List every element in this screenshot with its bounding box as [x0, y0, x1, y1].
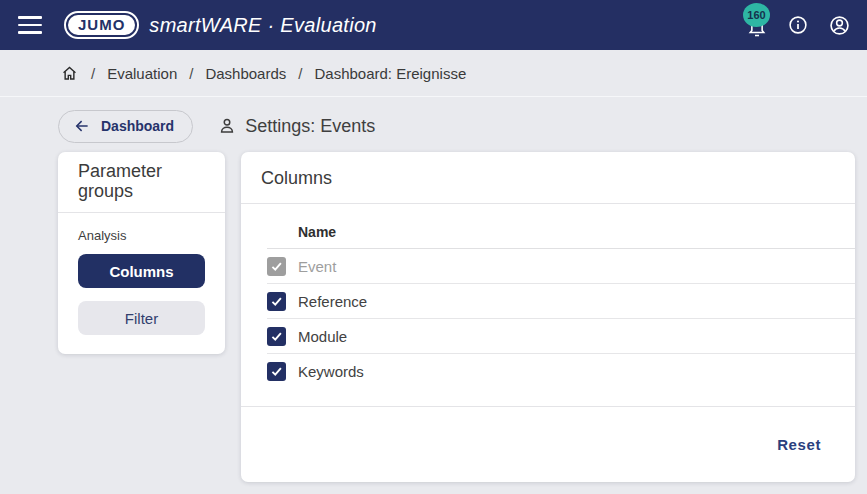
page-title: Settings: Events	[245, 116, 375, 137]
page-toolbar: Dashboard Settings: Events	[58, 109, 855, 143]
columns-panel-title: Columns	[241, 152, 855, 204]
home-icon	[60, 64, 79, 83]
checkbox-module[interactable]	[267, 327, 286, 346]
breadcrumb-item-current: Dashboard: Ereignisse	[314, 65, 466, 82]
notification-badge: 160	[743, 3, 770, 27]
info-button[interactable]	[786, 13, 810, 37]
app-title: smartWARE · Evaluation	[149, 14, 376, 37]
panel-footer: Reset	[241, 406, 855, 482]
sidebar-item-columns[interactable]: Columns	[78, 254, 205, 288]
row-label: Reference	[298, 293, 367, 310]
home-breadcrumb-button[interactable]	[60, 64, 79, 83]
back-to-dashboard-button[interactable]: Dashboard	[58, 110, 193, 143]
app-header: JUMO smartWARE · Evaluation 160	[0, 0, 867, 50]
parameter-groups-panel: Parameter groups Analysis Columns Filter	[58, 152, 225, 354]
info-icon	[787, 14, 809, 36]
breadcrumb: / Evaluation / Dashboards / Dashboard: E…	[0, 50, 867, 97]
jumo-logo-text: JUMO	[68, 15, 135, 35]
columns-panel: Columns Name Event Reference Module	[241, 152, 855, 482]
breadcrumb-separator: /	[189, 65, 193, 82]
checkbox-event	[267, 257, 286, 276]
arrow-left-icon	[73, 117, 91, 135]
row-label: Event	[298, 258, 336, 275]
table-header-name: Name	[267, 204, 855, 249]
row-label: Keywords	[298, 363, 364, 380]
back-button-label: Dashboard	[101, 118, 174, 134]
columns-table: Name Event Reference Module	[241, 204, 855, 389]
checkbox-reference[interactable]	[267, 292, 286, 311]
person-icon	[217, 116, 237, 136]
notifications-button[interactable]: 160	[745, 16, 769, 40]
breadcrumb-item-dashboards[interactable]: Dashboards	[205, 65, 286, 82]
table-row: Keywords	[267, 354, 855, 389]
table-row: Module	[267, 319, 855, 354]
reset-button[interactable]: Reset	[777, 436, 821, 453]
account-icon	[828, 14, 851, 37]
account-button[interactable]	[827, 13, 851, 37]
table-row: Reference	[267, 284, 855, 319]
menu-icon[interactable]	[18, 16, 42, 34]
jumo-logo: JUMO	[64, 11, 139, 39]
analysis-group-label: Analysis	[78, 228, 205, 243]
breadcrumb-separator: /	[91, 65, 95, 82]
row-label: Module	[298, 328, 347, 345]
breadcrumb-separator: /	[298, 65, 302, 82]
breadcrumb-item-evaluation[interactable]: Evaluation	[107, 65, 177, 82]
table-row: Event	[267, 249, 855, 284]
parameter-groups-title: Parameter groups	[58, 152, 225, 213]
checkbox-keywords[interactable]	[267, 362, 286, 381]
sidebar-item-filter[interactable]: Filter	[78, 301, 205, 335]
